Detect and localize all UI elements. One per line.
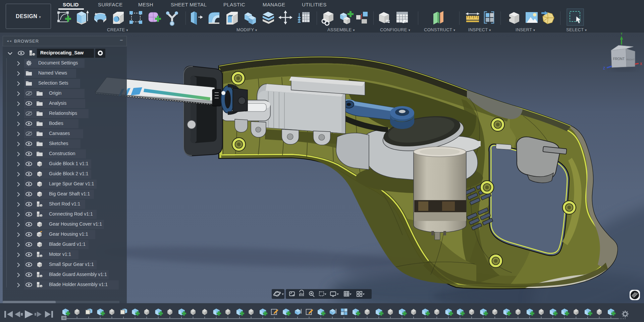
svg-text:RIGHT: RIGHT [627,58,635,61]
svg-text:FRONT: FRONT [613,57,625,61]
svg-text:Z: Z [603,66,605,70]
svg-text:X: X [640,62,642,66]
